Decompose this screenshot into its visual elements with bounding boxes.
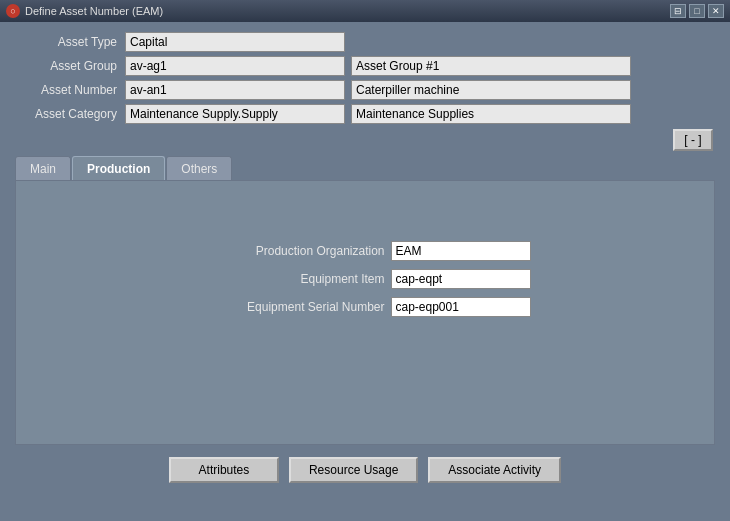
asset-number-inputs xyxy=(125,80,631,100)
equipment-item-input[interactable] xyxy=(391,269,531,289)
asset-number-code-input[interactable] xyxy=(125,80,345,100)
asset-group-inputs xyxy=(125,56,631,76)
title-bar: ○ Define Asset Number (EAM) ⊟ □ ✕ xyxy=(0,0,730,22)
tab-main[interactable]: Main xyxy=(15,156,71,180)
asset-number-label: Asset Number xyxy=(15,83,125,97)
bracket-button[interactable]: [ - ] xyxy=(673,129,713,151)
asset-group-code-input[interactable] xyxy=(125,56,345,76)
production-form: Production Organization Equipment Item E… xyxy=(200,241,531,317)
asset-category-inputs xyxy=(125,104,631,124)
window-title: Define Asset Number (EAM) xyxy=(25,5,163,17)
asset-group-label: Asset Group xyxy=(15,59,125,73)
asset-category-label: Asset Category xyxy=(15,107,125,121)
resource-usage-button[interactable]: Resource Usage xyxy=(289,457,418,483)
asset-type-inputs xyxy=(125,32,345,52)
asset-category-code-input[interactable] xyxy=(125,104,345,124)
tab-content-production: Production Organization Equipment Item E… xyxy=(15,180,715,445)
equipment-serial-label: Equipment Serial Number xyxy=(200,300,385,314)
equipment-item-row: Equipment Item xyxy=(200,269,531,289)
production-org-input[interactable] xyxy=(391,241,531,261)
maximize-button[interactable]: □ xyxy=(689,4,705,18)
window-controls[interactable]: ⊟ □ ✕ xyxy=(670,4,724,18)
asset-type-row: Asset Type xyxy=(15,32,715,52)
asset-type-label: Asset Type xyxy=(15,35,125,49)
close-button[interactable]: ✕ xyxy=(708,4,724,18)
main-container: Asset Type Asset Group Asset Number Asse… xyxy=(0,22,730,493)
restore-button[interactable]: ⊟ xyxy=(670,4,686,18)
asset-number-name-input[interactable] xyxy=(351,80,631,100)
production-org-label: Production Organization xyxy=(200,244,385,258)
app-icon: ○ xyxy=(6,4,20,18)
title-bar-left: ○ Define Asset Number (EAM) xyxy=(6,4,163,18)
equipment-item-label: Equipment Item xyxy=(200,272,385,286)
equipment-serial-input[interactable] xyxy=(391,297,531,317)
attributes-button[interactable]: Attributes xyxy=(169,457,279,483)
tab-others[interactable]: Others xyxy=(166,156,232,180)
asset-group-name-input[interactable] xyxy=(351,56,631,76)
toolbar-area: [ - ] xyxy=(15,129,715,151)
asset-category-row: Asset Category xyxy=(15,104,715,124)
form-section: Asset Type Asset Group Asset Number Asse… xyxy=(15,32,715,124)
equipment-serial-row: Equipment Serial Number xyxy=(200,297,531,317)
asset-number-row: Asset Number xyxy=(15,80,715,100)
bottom-bar: Attributes Resource Usage Associate Acti… xyxy=(15,457,715,483)
tab-production[interactable]: Production xyxy=(72,156,165,180)
production-org-row: Production Organization xyxy=(200,241,531,261)
tabs-area: Main Production Others xyxy=(15,156,715,180)
asset-category-name-input[interactable] xyxy=(351,104,631,124)
asset-type-input[interactable] xyxy=(125,32,345,52)
associate-activity-button[interactable]: Associate Activity xyxy=(428,457,561,483)
asset-group-row: Asset Group xyxy=(15,56,715,76)
